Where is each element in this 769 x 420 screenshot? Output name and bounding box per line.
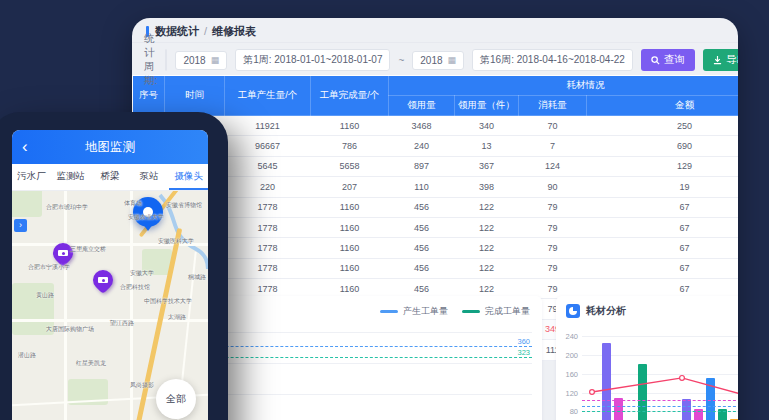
- tab-污水厂[interactable]: 污水厂: [12, 164, 51, 190]
- export-button-label: 导出Excel: [726, 53, 738, 67]
- map-label: 合肥科技馆: [120, 283, 150, 292]
- table-cell: 456: [389, 258, 455, 278]
- year-end-select[interactable]: 2018 ▦: [412, 51, 464, 70]
- week-range-end-value: 第16周: 2018-04-16~2018-04-22: [480, 53, 625, 67]
- consumable-chart-header: 耗材分析: [556, 296, 738, 318]
- table-cell: 79: [519, 217, 587, 237]
- download-icon: [713, 56, 722, 65]
- legend-item: 完成工单量: [462, 305, 530, 318]
- y-axis-tick: 120: [560, 389, 578, 398]
- table-cell: 122: [455, 197, 519, 217]
- back-icon[interactable]: ‹: [22, 140, 28, 154]
- table-cell: 122: [455, 217, 519, 237]
- legend-dash: [462, 310, 480, 313]
- consumable-chart-title: 耗材分析: [586, 304, 626, 318]
- show-all-button[interactable]: 全部: [156, 379, 196, 419]
- map-label: 安徽农业大学: [128, 213, 164, 222]
- calendar-icon: ▦: [211, 55, 220, 65]
- map-label: 安徽省博物馆: [166, 201, 202, 210]
- table-cell: 67: [587, 217, 739, 237]
- year-start-select[interactable]: 2018 ▦: [175, 51, 227, 70]
- map-label: 桐城路: [188, 273, 206, 282]
- table-cell: 79: [519, 238, 587, 258]
- app-title: 地图监测: [85, 139, 135, 156]
- table-cell: 340: [455, 116, 519, 136]
- range-separator: ~: [398, 55, 404, 66]
- y-axis-tick: 80: [560, 407, 578, 416]
- table-cell: 96667: [225, 136, 311, 156]
- table-cell: 129: [587, 156, 739, 176]
- map-label: 凤尚摄影: [130, 381, 154, 390]
- tab-泵站[interactable]: 泵站: [130, 164, 169, 190]
- breadcrumb-page: 维修报表: [212, 24, 256, 39]
- map-label: 潜山路: [18, 351, 36, 360]
- search-icon: [651, 56, 660, 65]
- camera-icon: [98, 277, 108, 283]
- column-header: 工单产生量/个: [225, 76, 311, 116]
- week-range-end-input[interactable]: 第16周: 2018-04-16~2018-04-22: [472, 49, 633, 71]
- table-cell: 1160: [311, 217, 389, 237]
- map-label: 三里庵立交桥: [70, 245, 106, 254]
- table-cell: 220: [225, 177, 311, 197]
- period-option-年[interactable]: 年: [166, 50, 167, 70]
- table-cell: 3468: [389, 116, 455, 136]
- consumable-bar-chart: 2402001601208040: [582, 336, 738, 420]
- screen-background: 数据统计 / 维修报表 统计周期: 年季月周日 2018 ▦ 第1周: 2018…: [0, 0, 769, 420]
- map-view[interactable]: › 全部 合肥市琥珀中学体育场安徽农业大学安徽省博物馆三里庵立交桥安徽医科大学桐…: [12, 191, 208, 420]
- sub-column-header: 领用量（件）: [455, 96, 519, 116]
- legend-dash: [380, 310, 398, 313]
- table-cell: 110: [389, 177, 455, 197]
- tab-监测站[interactable]: 监测站: [51, 164, 90, 190]
- table-cell: 7: [519, 136, 587, 156]
- camera-icon: [58, 250, 68, 256]
- period-label: 统计周期:: [144, 32, 157, 88]
- table-cell: 124: [519, 156, 587, 176]
- table-cell: 456: [389, 238, 455, 258]
- map-label: 大唐国际购物广场: [46, 325, 94, 334]
- sub-column-header: 消耗量: [519, 96, 587, 116]
- table-cell: 67: [587, 197, 739, 217]
- tab-桥梁[interactable]: 桥梁: [90, 164, 129, 190]
- reference-line-label: 323: [517, 348, 530, 357]
- query-button[interactable]: 查询: [641, 49, 695, 71]
- week-range-start-value: 第1周: 2018-01-01~2018-01-07: [243, 53, 382, 67]
- legend-label: 产生工单量: [403, 305, 448, 318]
- table-cell: 456: [389, 217, 455, 237]
- table-cell: 690: [587, 136, 739, 156]
- reference-line-label: 360: [517, 337, 530, 346]
- legend-item: 产生工单量: [380, 305, 448, 318]
- period-segmented-control: 年季月周日: [165, 49, 167, 71]
- table-cell: 5645: [225, 156, 311, 176]
- table-cell: 240: [389, 136, 455, 156]
- map-label: 安徽医科大学: [158, 237, 194, 246]
- map-category-tabs: 污水厂监测站桥梁泵站摄像头: [12, 164, 208, 191]
- week-range-start-input[interactable]: 第1周: 2018-01-01~2018-01-07: [235, 49, 390, 71]
- table-cell: 19: [587, 177, 739, 197]
- group-column-header: 耗材情况: [389, 76, 739, 96]
- table-cell: 1778: [225, 258, 311, 278]
- table-cell: 90: [519, 177, 587, 197]
- table-cell: 1160: [311, 116, 389, 136]
- map-expand-button[interactable]: ›: [14, 219, 27, 232]
- map-road: [64, 191, 67, 420]
- y-axis-tick: 160: [560, 370, 578, 379]
- export-excel-button[interactable]: 导出Excel: [703, 49, 738, 71]
- tab-摄像头[interactable]: 摄像头: [169, 164, 208, 190]
- table-cell: 1160: [311, 197, 389, 217]
- table-cell: 367: [455, 156, 519, 176]
- map-label: 太湖路: [168, 313, 186, 322]
- table-cell: 122: [455, 238, 519, 258]
- consumable-chart-panel: 耗材分析 2402001601208040: [556, 296, 738, 420]
- map-label: 中国科学技术大学: [144, 297, 192, 306]
- table-cell: 250: [587, 116, 739, 136]
- map-label: 望江西路: [110, 319, 134, 328]
- pie-chart-icon: [566, 304, 580, 318]
- table-cell: 1160: [311, 238, 389, 258]
- table-cell: 1160: [311, 258, 389, 278]
- phone-screen: ‹ 地图监测 污水厂监测站桥梁泵站摄像头: [12, 130, 208, 420]
- table-cell: 11921: [225, 116, 311, 136]
- calendar-icon: ▦: [448, 55, 457, 65]
- y-axis-tick: 200: [560, 351, 578, 360]
- map-label: 红星美凯龙: [76, 359, 106, 368]
- table-cell: 897: [389, 156, 455, 176]
